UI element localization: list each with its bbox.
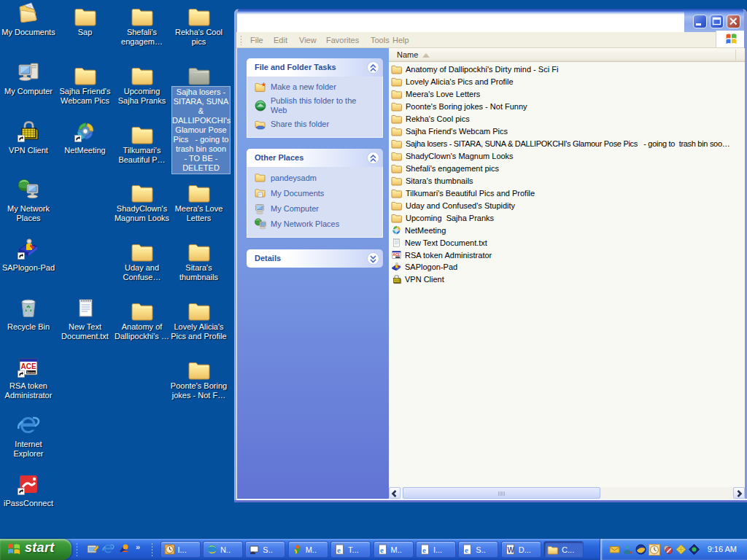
svg-text:e: e — [337, 545, 341, 554]
svg-text:e: e — [465, 545, 468, 554]
svg-text:e: e — [380, 545, 384, 554]
svg-text:W: W — [507, 546, 514, 554]
svg-text:e: e — [422, 545, 426, 554]
